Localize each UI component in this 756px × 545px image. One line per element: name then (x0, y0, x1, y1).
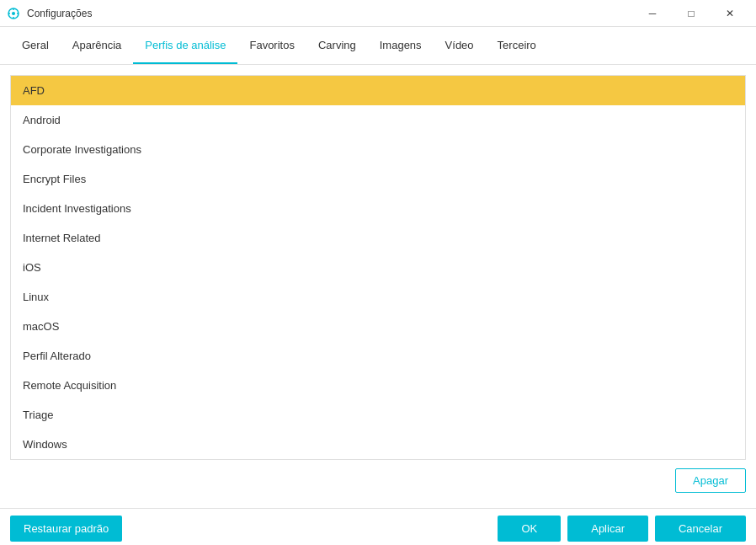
tab-aparencia[interactable]: Aparência (61, 27, 134, 64)
list-item-ios[interactable]: iOS (11, 253, 745, 282)
tab-imagens[interactable]: Imagens (368, 27, 434, 64)
svg-point-1 (12, 12, 15, 15)
list-item-macos[interactable]: macOS (11, 312, 745, 341)
content-area: AFDAndroidCorporate InvestigationsEncryp… (0, 65, 756, 508)
aplicar-button[interactable]: Aplicar (567, 516, 648, 542)
list-item-triage[interactable]: Triage (11, 400, 745, 430)
list-item-android[interactable]: Android (11, 105, 745, 135)
tab-favoritos[interactable]: Favoritos (237, 27, 306, 64)
minimize-button[interactable]: ─ (633, 0, 672, 27)
tab-video[interactable]: Vídeo (434, 27, 486, 64)
list-item-windows[interactable]: Windows (11, 430, 745, 459)
close-button[interactable]: ✕ (711, 0, 749, 27)
tab-terceiro[interactable]: Terceiro (486, 27, 548, 64)
list-item-incident[interactable]: Incident Investigations (11, 194, 745, 223)
list-item-internet[interactable]: Internet Related (11, 223, 745, 253)
window-title: Configurações (27, 8, 92, 19)
maximize-button[interactable]: □ (672, 0, 711, 27)
list-item-remote[interactable]: Remote Acquisition (11, 371, 745, 400)
footer: Restaurar padrão OK Aplicar Cancelar (0, 508, 756, 545)
list-item-linux[interactable]: Linux (11, 282, 745, 312)
footer-right: OK Aplicar Cancelar (498, 516, 746, 542)
cancelar-button[interactable]: Cancelar (655, 516, 746, 542)
nav-tabs: GeralAparênciaPerfis de análiseFavoritos… (0, 27, 756, 65)
tab-carving[interactable]: Carving (306, 27, 368, 64)
list-item-encrypt[interactable]: Encrypt Files (11, 164, 745, 194)
ok-button[interactable]: OK (498, 516, 561, 542)
tab-geral[interactable]: Geral (10, 27, 61, 64)
profiles-list[interactable]: AFDAndroidCorporate InvestigationsEncryp… (10, 75, 746, 460)
apagar-button[interactable]: Apagar (675, 468, 746, 493)
list-item-corporate[interactable]: Corporate Investigations (11, 135, 745, 164)
list-item-perfil[interactable]: Perfil Alterado (11, 341, 745, 371)
app-icon (7, 7, 20, 20)
list-item-afd[interactable]: AFD (11, 76, 745, 105)
tab-perfis[interactable]: Perfis de análise (133, 27, 237, 64)
title-bar: Configurações ─ □ ✕ (0, 0, 756, 27)
main-window: GeralAparênciaPerfis de análiseFavoritos… (0, 27, 756, 545)
window-controls: ─ □ ✕ (633, 0, 749, 27)
actions-row: Apagar (10, 460, 746, 498)
title-bar-left: Configurações (7, 7, 92, 20)
restaurar-padrao-button[interactable]: Restaurar padrão (10, 516, 122, 542)
